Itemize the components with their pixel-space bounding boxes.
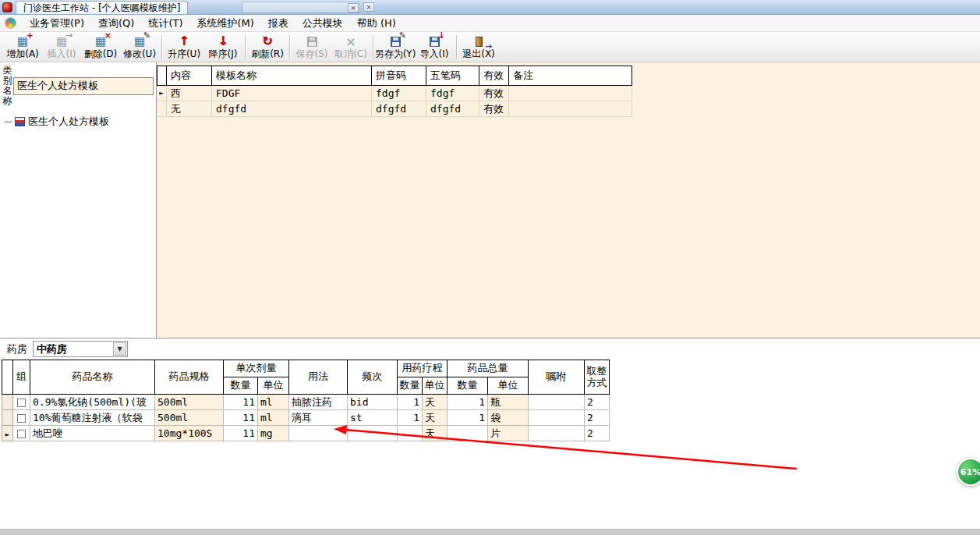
col-header-valid[interactable]: 有效 [479,66,509,86]
cell-frequency[interactable]: bid [348,395,398,410]
cell-spec[interactable]: 500ml [155,395,224,410]
sort-asc-button[interactable]: ↑ 升序(U) [165,33,203,61]
cell-total-unit[interactable]: 片 [488,426,529,441]
row-checkbox[interactable] [17,414,26,423]
cell-content[interactable]: 西 [167,86,212,101]
delete-button[interactable]: ▦× 删除(D) [81,33,120,61]
col-header-qty[interactable]: 数量 [398,377,423,395]
import-button[interactable]: ↓ 导入(I) [415,33,454,61]
col-header-drug-name[interactable]: 药品名称 [30,360,155,395]
cell-rounding[interactable]: 2 [585,395,610,410]
add-button[interactable]: ▦+ 增加(A) [3,33,42,61]
cell-drug-name[interactable]: 地巴唑 [30,426,155,441]
cell-drug-name[interactable]: 10%葡萄糖注射液（软袋 [30,410,155,426]
col-header-unit[interactable]: 单位 [258,377,289,395]
menu-help[interactable]: 帮助 (H) [350,15,403,32]
col-header-pinyin[interactable]: 拼音码 [372,66,426,86]
cell-course-qty[interactable]: 1 [398,410,423,426]
cell-advice[interactable] [529,426,585,441]
cell-total-unit[interactable]: 瓶 [488,395,529,410]
col-header-spec[interactable]: 药品规格 [155,360,224,395]
cell-total-qty[interactable]: 1 [448,410,488,426]
sort-desc-button[interactable]: ↓ 降序(J) [203,33,242,61]
row-checkbox[interactable] [17,430,26,438]
cell-dose-unit[interactable]: ml [258,395,289,410]
cell-rounding[interactable]: 2 [585,410,610,426]
cell-wubi[interactable]: fdgf [426,86,479,101]
col-header-unit[interactable]: 单位 [423,377,448,395]
close-icon[interactable]: × [348,3,359,12]
percent-badge[interactable]: 61% [957,458,980,486]
save-as-button[interactable]: ✎ 另存为(Y) [376,33,415,61]
cell-valid[interactable]: 有效 [479,101,509,117]
col-header-course[interactable]: 用药疗程 [398,360,448,377]
table-row[interactable]: 0.9%氯化钠(500ml)(玻 500ml 11 ml 抽脓注药 bid 1 … [2,395,610,410]
col-header-content[interactable]: 内容 [167,66,212,86]
col-header-remark[interactable]: 备注 [509,66,632,86]
cell-course-unit[interactable]: 天 [423,410,448,426]
cell-dose-qty[interactable]: 11 [224,426,258,441]
category-name-input[interactable] [13,77,154,95]
col-header-total[interactable]: 药品总量 [448,360,529,377]
col-header-group[interactable]: 组 [13,360,30,395]
cell-spec[interactable]: 10mg*100S [155,426,224,441]
col-header-name[interactable]: 模板名称 [212,66,372,86]
close-icon[interactable]: × [363,2,374,12]
cell-content[interactable]: 无 [167,101,212,117]
menu-query[interactable]: 查询(Q) [91,15,141,32]
cell-wubi[interactable]: dfgfd [426,101,479,117]
cell-frequency[interactable] [348,426,398,441]
menu-stats[interactable]: 统计(T) [141,15,189,32]
cell-frequency[interactable]: st [348,410,398,426]
menu-modules[interactable]: 公共模块 [295,15,350,32]
cell-advice[interactable] [529,410,585,426]
col-header-qty[interactable]: 数量 [448,377,488,395]
table-row[interactable]: 无 dfgfd dfgfd dfgfd 有效 [157,101,980,117]
cell-valid[interactable]: 有效 [479,86,509,101]
col-header-unit[interactable]: 单位 [488,377,529,395]
cell-name[interactable]: dfgfd [212,101,372,117]
cell-total-qty[interactable]: 1 [448,395,488,410]
table-row[interactable]: ► 西 FDGF fdgf fdgf 有效 [157,86,980,101]
table-row[interactable]: 10%葡萄糖注射液（软袋 500ml 11 ml 滴耳 st 1 天 1 袋 2 [2,410,610,426]
cell-total-unit[interactable]: 袋 [488,410,529,426]
col-header-qty[interactable]: 数量 [224,377,258,395]
cell-drug-name[interactable]: 0.9%氯化钠(500ml)(玻 [30,395,155,410]
cell-course-unit[interactable]: 天 [423,426,448,441]
cell-usage[interactable] [289,426,348,441]
cell-dose-qty[interactable]: 11 [224,410,258,426]
pharmacy-combobox[interactable]: 中药房 ▼ [33,341,128,357]
cell-course-qty[interactable]: 1 [398,395,423,410]
table-row[interactable]: ► 地巴唑 10mg*100S 11 mg 天 片 2 [2,426,610,441]
tree-item[interactable]: 医生个人处方模板 [5,115,153,129]
cell-usage[interactable]: 抽脓注药 [289,395,348,410]
cell-total-qty[interactable] [448,426,488,441]
menu-reports[interactable]: 报表 [261,15,295,32]
cell-dose-unit[interactable]: ml [258,410,289,426]
cell-rounding[interactable]: 2 [585,426,610,441]
row-checkbox[interactable] [17,399,26,407]
modify-button[interactable]: ▦✎ 修改(U) [120,33,159,61]
col-header-frequency[interactable]: 频次 [348,360,398,395]
cell-dose-unit[interactable]: mg [258,426,289,441]
cell-dose-qty[interactable]: 11 [224,395,258,410]
col-header-usage[interactable]: 用法 [289,360,348,395]
refresh-button[interactable]: ↻ 刷新(R) [248,33,287,61]
col-header-single-dose[interactable]: 单次剂量 [224,360,289,377]
chevron-down-icon[interactable]: ▼ [113,342,126,356]
cell-course-qty[interactable] [398,426,423,441]
exit-button[interactable]: → 退出(X) [459,33,498,61]
cell-name[interactable]: FDGF [212,86,372,101]
col-header-advice[interactable]: 嘱咐 [529,360,585,395]
cell-spec[interactable]: 500ml [155,410,224,426]
background-window-tab[interactable]: × [242,2,360,13]
menu-system[interactable]: 系统维护(M) [189,15,260,32]
col-header-rounding[interactable]: 取整方式 [585,360,610,395]
cell-course-unit[interactable]: 天 [423,395,448,410]
cell-advice[interactable] [529,395,585,410]
cell-usage[interactable]: 滴耳 [289,410,348,426]
cell-pinyin[interactable]: fdgf [372,86,426,101]
cell-remark[interactable] [509,101,632,117]
menu-business[interactable]: 业务管理(P) [23,15,91,32]
cell-remark[interactable] [509,86,632,101]
